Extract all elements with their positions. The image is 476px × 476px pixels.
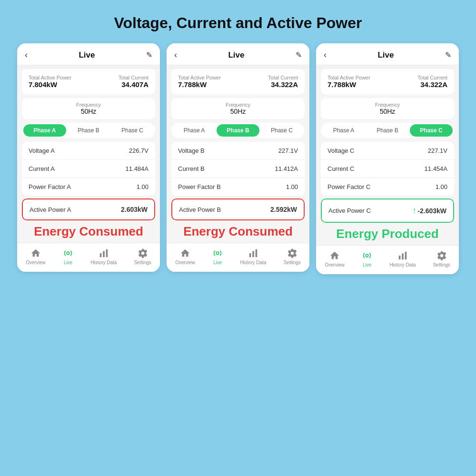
bottom-nav: Overview Live History Data Settings	[316, 245, 459, 274]
active-power-value: 2.603kW	[121, 206, 148, 213]
footer-item-overview[interactable]: Overview	[175, 248, 195, 265]
back-button[interactable]: ‹	[25, 50, 28, 60]
data-rows: Voltage A 226.7V Current A 11.484A Power…	[22, 142, 155, 196]
active-power-label: Active Power A	[30, 206, 71, 213]
phase-tab-2[interactable]: Phase B	[217, 124, 259, 137]
svg-rect-9	[399, 256, 401, 259]
back-button[interactable]: ‹	[174, 50, 177, 60]
home-icon	[180, 248, 190, 258]
back-button[interactable]: ‹	[324, 50, 327, 60]
edit-icon[interactable]: ✎	[296, 50, 302, 60]
screen-title: Live	[377, 50, 394, 60]
energy-label: Energy Consumed	[22, 224, 155, 239]
active-power-label: Active Power C	[328, 207, 371, 214]
active-power-section: Active Power B 2.592kW	[171, 198, 305, 220]
settings-icon	[287, 248, 298, 258]
footer-item-history-data[interactable]: History Data	[90, 248, 117, 265]
live-icon	[63, 248, 73, 258]
svg-rect-6	[252, 251, 254, 257]
row-value: 226.7V	[129, 147, 149, 154]
phase-tab-3[interactable]: Phase C	[410, 124, 453, 137]
phase-tab-1[interactable]: Phase A	[322, 124, 365, 137]
phase-tab-2[interactable]: Phase B	[366, 124, 409, 137]
footer-label: Live	[213, 260, 222, 265]
frequency-section: Frequency 50Hz	[171, 98, 305, 119]
phone-3: ‹ Live ✎ Total Active Power 7.788kW Tota…	[316, 43, 459, 274]
phase-tab-1[interactable]: Phase A	[173, 124, 216, 137]
frequency-value: 50Hz	[327, 108, 447, 115]
footer-label: Settings	[284, 260, 301, 265]
phase-tabs: Phase APhase BPhase C	[22, 123, 155, 138]
row-label: Power Factor A	[29, 183, 71, 190]
active-power-value: 2.592kW	[270, 206, 297, 213]
data-rows: Voltage C 227.1V Current C 11.454A Power…	[321, 142, 454, 196]
settings-icon	[138, 248, 148, 258]
stats-section: Total Active Power 7.788kW Total Current…	[171, 69, 305, 94]
footer-item-settings[interactable]: Settings	[284, 248, 301, 265]
row-label: Voltage C	[327, 147, 354, 154]
svg-rect-10	[402, 253, 404, 259]
table-row: Voltage A 226.7V	[22, 142, 155, 160]
footer-label: Live	[64, 260, 72, 265]
footer-item-live[interactable]: Live	[362, 250, 372, 268]
frequency-section: Frequency 50Hz	[321, 98, 454, 119]
total-current-label: Total Current	[119, 75, 149, 80]
row-value: 11.454A	[425, 165, 447, 172]
footer-item-live[interactable]: Live	[63, 248, 73, 265]
active-power-row: Active Power B 2.592kW	[171, 198, 305, 220]
footer-item-overview[interactable]: Overview	[26, 248, 46, 265]
row-label: Power Factor B	[178, 183, 221, 190]
svg-rect-7	[255, 249, 257, 258]
frequency-label: Frequency	[178, 102, 298, 108]
bottom-nav: Overview Live History Data Settings	[17, 243, 160, 272]
row-label: Current C	[327, 165, 354, 172]
phase-tab-3[interactable]: Phase C	[111, 124, 154, 137]
total-current-value: 34.322A	[417, 80, 447, 89]
active-power-row: Active Power A 2.603kW	[22, 198, 155, 220]
phase-tab-1[interactable]: Phase A	[23, 124, 66, 137]
bottom-nav: Overview Live History Data Settings	[167, 243, 309, 272]
frequency-label: Frequency	[29, 102, 149, 108]
live-icon	[212, 248, 223, 258]
active-power-row: Active Power C ↑-2.603kW	[321, 198, 454, 223]
total-active-power-value: 7.788kW	[327, 80, 370, 89]
footer-label: Settings	[134, 260, 151, 265]
stats-section: Total Active Power 7.788kW Total Current…	[321, 69, 454, 94]
home-icon	[329, 250, 340, 261]
footer-label: History Data	[389, 262, 416, 268]
total-current-label: Total Current	[268, 75, 298, 80]
footer-item-settings[interactable]: Settings	[433, 250, 450, 268]
svg-rect-3	[106, 249, 108, 258]
frequency-label: Frequency	[327, 102, 447, 108]
screen-title: Live	[228, 50, 244, 60]
svg-point-8	[366, 254, 368, 257]
row-label: Current A	[29, 165, 55, 172]
footer-item-live[interactable]: Live	[212, 248, 223, 265]
phase-tab-2[interactable]: Phase B	[67, 124, 110, 137]
phones-container: ‹ Live ✎ Total Active Power 7.804kW Tota…	[17, 43, 459, 274]
live-icon	[362, 250, 372, 261]
row-value: 1.00	[436, 183, 447, 190]
footer-label: Overview	[325, 262, 345, 268]
edit-icon[interactable]: ✎	[445, 50, 451, 60]
phase-tab-3[interactable]: Phase C	[260, 124, 303, 137]
row-label: Current B	[178, 165, 205, 172]
table-row: Power Factor C 1.00	[321, 178, 454, 196]
table-row: Current B 11.412A	[171, 160, 305, 178]
footer-item-overview[interactable]: Overview	[325, 250, 345, 268]
active-power-section: Active Power C ↑-2.603kW	[321, 198, 454, 223]
svg-point-4	[216, 252, 219, 255]
footer-item-history-data[interactable]: History Data	[240, 248, 266, 265]
svg-rect-1	[100, 253, 102, 257]
svg-rect-11	[405, 252, 407, 260]
row-value: 227.1V	[278, 147, 298, 154]
total-active-power-label: Total Active Power	[327, 75, 370, 80]
svg-point-0	[67, 252, 69, 255]
footer-item-history-data[interactable]: History Data	[389, 250, 416, 268]
energy-label: Energy Produced	[321, 227, 454, 241]
edit-icon[interactable]: ✎	[146, 50, 152, 60]
footer-item-settings[interactable]: Settings	[134, 248, 151, 265]
footer-label: History Data	[240, 260, 266, 265]
active-power-section: Active Power A 2.603kW	[22, 198, 155, 220]
total-active-power-label: Total Active Power	[29, 75, 71, 80]
